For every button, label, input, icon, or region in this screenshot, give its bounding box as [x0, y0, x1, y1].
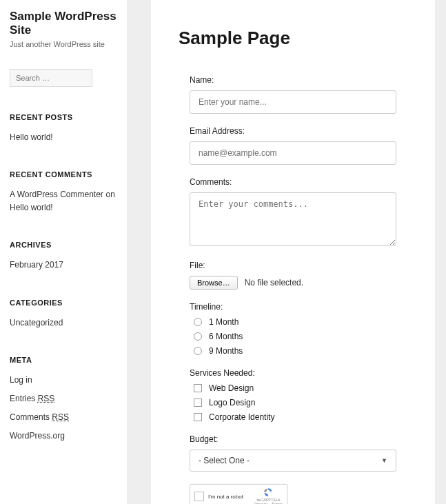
name-input[interactable]	[190, 90, 396, 114]
widget-title: ARCHIVES	[10, 241, 117, 249]
comments-label: Comments:	[190, 177, 407, 187]
widget-title: CATEGORIES	[10, 299, 117, 307]
captcha-checkbox[interactable]	[194, 492, 204, 501]
widget-meta: META Log in Entries RSS Comments RSS Wor…	[10, 356, 117, 443]
field-email: Email Address:	[190, 126, 407, 165]
list-item: Comments RSS	[10, 411, 117, 424]
radio-icon	[194, 318, 202, 326]
field-comments: Comments:	[190, 177, 407, 248]
checkbox-label: Corporate Identity	[209, 412, 274, 422]
checkbox-label: Logo Design	[209, 398, 255, 407]
checkbox-icon	[194, 399, 202, 407]
radio-label: 6 Months	[209, 332, 243, 341]
field-name: Name:	[190, 75, 407, 114]
budget-select[interactable]: - Select One - ▼	[190, 450, 396, 472]
email-input[interactable]	[190, 141, 396, 165]
radio-option[interactable]: 9 Months	[194, 346, 407, 356]
sidebar: Sample WordPress Site Just another WordP…	[0, 0, 127, 504]
radio-option[interactable]: 1 Month	[194, 317, 407, 327]
recaptcha-widget[interactable]: I'm not a robot reCAPTCHAPrivacy - Terms	[190, 484, 287, 504]
radio-label: 1 Month	[209, 317, 239, 327]
checkbox-option[interactable]: Logo Design	[194, 398, 407, 407]
widget-title: META	[10, 356, 117, 364]
search-input[interactable]	[10, 69, 92, 87]
email-label: Email Address:	[190, 126, 407, 136]
widget-categories: CATEGORIES Uncategorized	[10, 299, 117, 330]
services-label: Services Needed:	[190, 368, 407, 378]
list-item: Uncategorized	[10, 316, 117, 330]
field-file: File: Browse… No file selected.	[190, 261, 407, 290]
captcha-text: I'm not a robot	[208, 494, 250, 500]
list-item: February 2017	[10, 259, 117, 272]
name-label: Name:	[190, 75, 407, 85]
page-card: Sample Page Name: Email Address: Comment…	[151, 0, 435, 504]
field-budget: Budget: - Select One - ▼	[190, 434, 407, 472]
main-content: Sample Page Name: Email Address: Comment…	[127, 0, 446, 504]
comment-on-text: on	[105, 190, 114, 199]
chevron-down-icon: ▼	[381, 457, 387, 464]
widget-archives: ARCHIVES February 2017	[10, 241, 117, 272]
site-tagline: Just another WordPress site	[10, 40, 117, 48]
radio-option[interactable]: 6 Months	[194, 332, 407, 341]
meta-wporg-link[interactable]: WordPress.org	[10, 431, 65, 441]
checkbox-icon	[194, 413, 202, 421]
checkbox-label: Web Design	[209, 383, 254, 393]
widget-title: RECENT COMMENTS	[10, 170, 117, 179]
widget-recent-posts: RECENT POSTS Hello world!	[10, 113, 117, 144]
comment-entry: A WordPress Commenter on Hello world!	[10, 188, 117, 214]
contact-form: Name: Email Address: Comments: File: Bro…	[179, 75, 407, 504]
archive-link[interactable]: February 2017	[10, 260, 63, 270]
field-timeline: Timeline: 1 Month 6 Months 9 Months	[190, 302, 407, 356]
budget-label: Budget:	[190, 434, 407, 444]
recaptcha-icon: reCAPTCHAPrivacy - Terms	[254, 487, 283, 505]
checkbox-option[interactable]: Corporate Identity	[194, 412, 407, 422]
widget-recent-comments: RECENT COMMENTS A WordPress Commenter on…	[10, 170, 117, 214]
widget-title: RECENT POSTS	[10, 113, 117, 121]
comment-author-link[interactable]: A WordPress Commenter	[10, 190, 103, 199]
meta-entries-rss-link[interactable]: Entries RSS	[10, 394, 54, 403]
radio-icon	[194, 332, 202, 341]
category-link[interactable]: Uncategorized	[10, 318, 63, 327]
search-box	[10, 69, 92, 87]
list-item: WordPress.org	[10, 430, 117, 443]
checkbox-icon	[194, 384, 202, 392]
site-title[interactable]: Sample WordPress Site	[10, 10, 117, 38]
page-title: Sample Page	[179, 28, 407, 49]
recent-post-link[interactable]: Hello world!	[10, 132, 53, 142]
file-status-text: No file selected.	[245, 278, 303, 288]
file-label: File:	[190, 261, 407, 270]
field-services: Services Needed: Web Design Logo Design …	[190, 368, 407, 422]
list-item: Entries RSS	[10, 392, 117, 405]
comments-textarea[interactable]	[190, 192, 396, 246]
file-browse-button[interactable]: Browse…	[190, 276, 238, 290]
meta-comments-rss-link[interactable]: Comments RSS	[10, 412, 69, 422]
meta-login-link[interactable]: Log in	[10, 375, 32, 385]
list-item: Log in	[10, 374, 117, 387]
list-item: Hello world!	[10, 131, 117, 144]
radio-icon	[194, 347, 202, 355]
checkbox-option[interactable]: Web Design	[194, 383, 407, 393]
comment-post-link[interactable]: Hello world!	[10, 203, 53, 212]
timeline-label: Timeline:	[190, 302, 407, 312]
radio-label: 9 Months	[209, 346, 243, 356]
select-value: - Select One -	[199, 456, 250, 465]
